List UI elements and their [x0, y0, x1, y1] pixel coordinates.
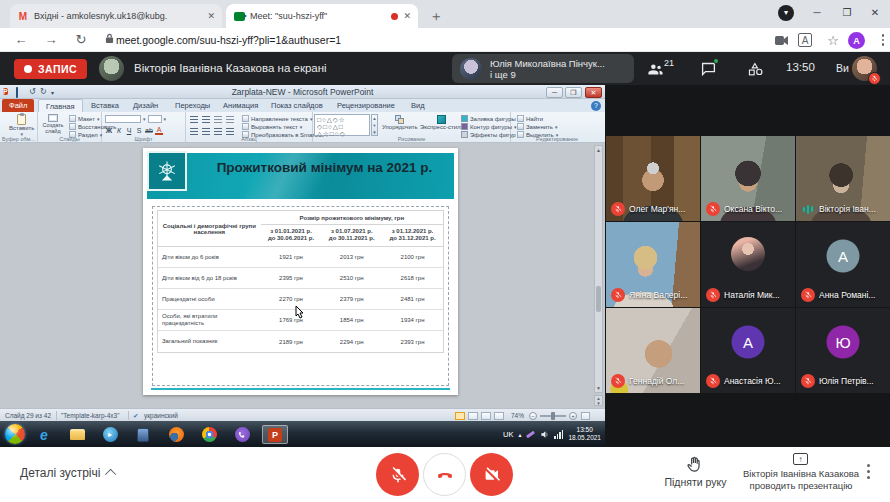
ribbon-tab-design[interactable]: Дизайн	[126, 99, 165, 112]
hidden-icons-arrow[interactable]: ▴	[518, 431, 521, 438]
meeting-details-button[interactable]: Деталі зустрічі	[20, 466, 116, 480]
participants-icon[interactable]	[645, 59, 665, 79]
reading-view-button[interactable]	[481, 412, 491, 420]
ribbon-tab-home[interactable]: Главная	[38, 99, 83, 112]
strike-button[interactable]: ab	[145, 127, 153, 134]
font-format-buttons[interactable]: Ж К Ч S ab A	[105, 126, 163, 135]
language-indicator[interactable]: украинский	[144, 412, 178, 419]
participant-tile[interactable]: Геннадій Ол...	[606, 308, 700, 393]
powerpoint-taskbar-icon[interactable]: P	[262, 425, 288, 444]
zoom-slider-thumb[interactable]	[551, 412, 555, 420]
ribbon-tab-view[interactable]: Вид	[404, 99, 432, 112]
table-placeholder[interactable]: Соціальні і демографічні групи населення…	[152, 206, 449, 386]
align-text-button[interactable]: Выровнять текст▾	[242, 123, 302, 130]
align-buttons[interactable]	[190, 128, 234, 135]
find-button[interactable]: Найти	[517, 115, 543, 122]
underline-button[interactable]: Ч	[125, 127, 133, 134]
tab-meet[interactable]: Meet: "suu-hszi-yff" ✕	[226, 4, 418, 28]
new-tab-button[interactable]: ＋	[426, 6, 446, 26]
mic-toggle-button[interactable]	[376, 453, 419, 496]
sorter-view-button[interactable]	[468, 412, 478, 420]
ribbon-tab-animation[interactable]: Анимация	[216, 99, 265, 112]
quick-styles-button[interactable]: Экспресс-стили	[420, 115, 464, 130]
translate-icon[interactable]: A	[798, 33, 812, 47]
extension-icon[interactable]: ▾	[778, 5, 794, 21]
app-icon[interactable]	[130, 425, 156, 444]
close-tab-icon[interactable]: ✕	[207, 11, 215, 21]
chat-icon[interactable]	[698, 59, 718, 79]
slide[interactable]: Прожитковий мінімум на 2021 р. Соціальні…	[143, 148, 458, 395]
ribbon-tab-review[interactable]: Рецензирование	[330, 99, 402, 112]
ribbon-tab-file[interactable]: Файл	[2, 99, 34, 112]
normal-view-button[interactable]	[455, 412, 465, 420]
participant-tile[interactable]: Ю Юлія Петрів...	[796, 308, 890, 393]
zoom-in-icon[interactable]: +	[569, 412, 577, 420]
explorer-icon[interactable]	[64, 425, 90, 444]
participant-tile[interactable]: A Анна Романі...	[796, 222, 890, 307]
text-direction-button[interactable]: Направление текста▾	[242, 115, 312, 122]
ribbon-tab-transitions[interactable]: Переходы	[168, 99, 217, 112]
browser-menu-icon[interactable]	[874, 31, 890, 49]
viber-icon[interactable]	[229, 425, 255, 444]
layout-button[interactable]: Макет▾	[69, 115, 100, 122]
scroll-up-icon[interactable]: ▲	[595, 147, 602, 153]
arrange-button[interactable]: Упорядочить	[382, 115, 418, 130]
start-button[interactable]	[5, 424, 25, 444]
font-family-select[interactable]: ▾▾	[105, 115, 166, 123]
tray-clock[interactable]: 13:5018.05.2021	[568, 426, 601, 442]
new-slide-button[interactable]: Создать слайд	[40, 114, 66, 134]
minimize-window-button[interactable]: ─	[806, 4, 828, 22]
scroll-down-icon[interactable]: ▼	[595, 385, 602, 391]
forward-icon[interactable]: →	[42, 31, 60, 49]
help-icon[interactable]: ?	[591, 101, 601, 111]
italic-button[interactable]: К	[115, 127, 123, 134]
shape-outline-button[interactable]: Контур фигуры▾	[461, 123, 516, 130]
spellcheck-icon[interactable]: ✔	[133, 412, 138, 420]
replace-button[interactable]: Заменить▾	[517, 123, 557, 130]
ppt-canvas[interactable]: Прожитковий мінімум на 2021 р. Соціальні…	[0, 143, 605, 408]
participant-tile[interactable]: Олег Мар'ян...	[606, 136, 700, 221]
paste-button[interactable]: Вставить▾	[9, 114, 34, 137]
participant-tile[interactable]: Яніна Валері...	[606, 222, 700, 307]
ribbon-tab-slideshow[interactable]: Показ слайдов	[264, 99, 330, 112]
ribbon-tab-insert[interactable]: Вставка	[84, 99, 126, 112]
close-window-button[interactable]: ✕	[864, 4, 886, 22]
firefox-icon[interactable]	[163, 425, 189, 444]
back-icon[interactable]: ←	[12, 31, 30, 49]
network-icon[interactable]	[554, 430, 563, 439]
participant-tile[interactable]: А Анастасія Ю...	[701, 308, 795, 393]
end-call-button[interactable]	[423, 453, 466, 496]
mediaplayer-icon[interactable]: ▸	[97, 425, 123, 444]
chrome-icon[interactable]	[196, 425, 222, 444]
font-color-button[interactable]: A	[155, 126, 163, 135]
ie-icon[interactable]: e	[31, 425, 57, 444]
bold-button[interactable]: Ж	[105, 127, 113, 134]
list-buttons[interactable]	[190, 116, 234, 123]
slide-nav-buttons[interactable]: ▲▼	[594, 395, 603, 406]
participant-tile[interactable]: Вікторія Іван...	[796, 136, 890, 221]
bookmark-star-icon[interactable]: ☆	[824, 31, 842, 49]
volume-icon[interactable]	[540, 430, 549, 439]
ppt-restore-button[interactable]: ❐	[565, 87, 582, 98]
shapes-gallery[interactable]: □○△◇☆ ◇□○△□ △☆□○◇	[314, 114, 370, 136]
vertical-scrollbar[interactable]: ▲ ▼	[594, 145, 603, 393]
restore-window-button[interactable]: ❐	[836, 4, 858, 22]
camera-toggle-button[interactable]	[470, 453, 513, 496]
zoom-out-icon[interactable]: −	[529, 412, 537, 420]
raise-hand-label[interactable]: Підняти руку	[648, 476, 743, 488]
participant-tile[interactable]: Наталія Мик...	[701, 222, 795, 307]
language-indicator[interactable]: UK	[503, 430, 513, 439]
raise-hand-icon[interactable]	[686, 455, 703, 478]
reload-icon[interactable]: ↻	[72, 31, 90, 49]
camera-permission-icon[interactable]	[772, 31, 790, 49]
participant-tile[interactable]: Оксана Вікто...	[701, 136, 795, 221]
url-field[interactable]: meet.google.com/suu-hszi-yff?pli=1&authu…	[116, 34, 341, 46]
ppt-close-button[interactable]: ✕	[585, 87, 602, 98]
slideshow-view-button[interactable]	[494, 412, 504, 420]
browser-profile-avatar[interactable]: A	[848, 32, 865, 49]
pen-icon[interactable]	[526, 430, 535, 438]
shapes-scroll[interactable]: ▲▾▼	[371, 114, 378, 136]
activities-icon[interactable]	[746, 59, 766, 79]
more-options-icon[interactable]	[862, 464, 874, 479]
tab-gmail[interactable]: M Вхідні - amkolesnyk.uk18@kubg. ✕	[10, 4, 222, 28]
